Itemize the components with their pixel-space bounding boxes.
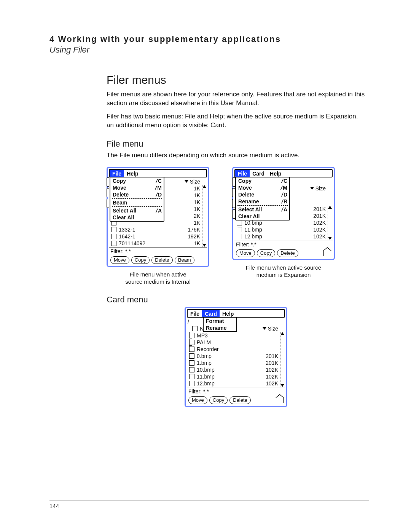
scrollbar[interactable] <box>280 332 284 387</box>
menu-card[interactable]: Card <box>250 170 267 177</box>
list-item[interactable]: 1642-1192K <box>109 233 201 240</box>
menu-item-copy[interactable]: Copy/C <box>236 177 289 184</box>
move-button[interactable]: Move <box>188 396 207 404</box>
menu-item-select-all[interactable]: Select All/A <box>110 207 164 214</box>
file-size: 102K <box>266 366 279 373</box>
file-icon <box>111 227 116 232</box>
file-size: 201K <box>313 206 327 212</box>
menu-help[interactable]: Help <box>124 170 141 177</box>
delete-button[interactable]: Delete <box>229 396 251 404</box>
scrollbar[interactable] <box>328 206 332 240</box>
menu-item-rename[interactable]: Rename <box>204 324 236 331</box>
home-icon[interactable] <box>276 397 284 403</box>
file-name: 701114092 <box>119 240 194 247</box>
menu-help[interactable]: Help <box>220 310 236 317</box>
menu-item-move[interactable]: Move/M <box>236 184 289 191</box>
size-header-label: Size <box>190 179 200 185</box>
scrollbar[interactable] <box>202 185 206 247</box>
section-title: Using Filer <box>49 45 369 55</box>
source-tab[interactable] <box>232 177 235 187</box>
filter-field[interactable]: Filter: *.* <box>109 248 207 255</box>
copy-button[interactable]: Copy <box>131 256 150 264</box>
file-size: 201K <box>313 212 327 219</box>
list-item[interactable]: 0.bmp201K <box>187 353 279 359</box>
menu-file[interactable]: File <box>235 170 250 177</box>
menu-card[interactable]: Card <box>202 310 220 317</box>
file-size: 102K <box>313 226 327 233</box>
menu-item-rename[interactable]: Rename/R <box>236 198 289 205</box>
sort-arrow-icon <box>185 180 188 183</box>
list-item[interactable]: 11.bmp102K <box>187 373 279 380</box>
file-icon <box>237 220 242 225</box>
sort-arrow-icon <box>263 327 266 330</box>
move-button[interactable]: Move <box>236 249 255 257</box>
file-name: Recorder <box>197 346 278 353</box>
file-icon <box>237 234 242 239</box>
caption-expansion: File menu when active source medium is E… <box>246 264 321 279</box>
list-item[interactable]: 12.bmp102K <box>234 233 327 240</box>
menu-help[interactable]: Help <box>267 170 284 177</box>
list-item[interactable]: MP3 <box>187 332 279 339</box>
file-name: 1332-1 <box>119 226 188 233</box>
menu-item-clear-all[interactable]: Clear All <box>110 214 164 221</box>
file-size: 102K <box>313 219 327 226</box>
file-icon <box>189 367 194 372</box>
file-size: 1K <box>194 199 201 206</box>
path-slash: / <box>188 318 189 325</box>
menu-file[interactable]: File <box>110 170 124 177</box>
source-tab[interactable] <box>232 188 235 197</box>
screenshot-file-menu-internal: File Help Copy/C Move/M Delete/D <box>107 167 209 267</box>
file-menu-dropdown: Copy/C Move/M Delete/D Rename/R Select A… <box>235 177 290 220</box>
menubar: File Card Help <box>234 169 333 177</box>
size-header-label: Size <box>268 325 278 332</box>
menu-item-delete[interactable]: Delete/D <box>110 191 164 198</box>
beam-button[interactable]: Beam <box>175 256 194 264</box>
file-icon <box>237 227 242 232</box>
page-header: 4 Working with your supplementary applic… <box>49 34 369 55</box>
filter-field[interactable]: Filter: *.* <box>234 241 333 248</box>
file-size: 201K <box>266 359 279 366</box>
move-button[interactable]: Move <box>110 256 129 264</box>
menu-item-format[interactable]: Format <box>204 318 236 324</box>
folder-icon <box>189 333 194 338</box>
screenshot-file-menu-expansion: File Card Help Copy/C Move/ <box>232 167 335 260</box>
filter-field[interactable]: Filter: *.* <box>187 388 285 395</box>
file-size: 192K <box>188 233 201 240</box>
list-item[interactable]: PALM <box>187 339 279 346</box>
caption-internal: File menu when active source medium is I… <box>125 271 191 286</box>
menubar: File Help <box>109 169 207 177</box>
list-item[interactable]: 12.bmp102K <box>187 380 279 387</box>
file-size: 102K <box>313 233 327 240</box>
list-item[interactable]: Recorder <box>187 346 279 353</box>
file-size: 102K <box>266 380 279 387</box>
list-item[interactable]: 10.bmp102K <box>187 366 279 373</box>
list-item[interactable]: 1.bmp201K <box>187 359 279 366</box>
menu-item-copy[interactable]: Copy/C <box>110 177 164 184</box>
file-list: MP3PALMRecorder0.bmp201K1.bmp201K10.bmp1… <box>187 332 285 387</box>
file-size: 102K <box>266 373 279 380</box>
menu-item-beam[interactable]: Beam <box>110 199 164 206</box>
file-name: 11.bmp <box>244 226 313 233</box>
list-item[interactable]: 1332-1176K <box>109 226 201 233</box>
list-item[interactable]: 11.bmp102K <box>234 226 327 233</box>
file-icon <box>189 360 194 366</box>
sort-by-size[interactable]: Size <box>263 325 285 332</box>
copy-button[interactable]: Copy <box>209 396 228 404</box>
delete-button[interactable]: Delete <box>151 256 173 264</box>
para-file-menu: The File menu differs depending on which… <box>107 151 365 160</box>
menu-file[interactable]: File <box>188 310 202 317</box>
copy-button[interactable]: Copy <box>257 249 275 257</box>
para-intro-1: Filer menus are shown here for your refe… <box>107 90 365 108</box>
list-item[interactable]: 7011140921K <box>109 240 201 247</box>
file-icon <box>189 381 194 386</box>
home-icon[interactable] <box>323 250 331 256</box>
menu-item-clear-all[interactable]: Clear All <box>236 213 289 220</box>
heading-card-menu: Card menu <box>107 295 365 305</box>
menubar: File Card Help <box>187 309 285 318</box>
file-icon <box>111 234 116 239</box>
delete-button[interactable]: Delete <box>277 249 298 257</box>
file-name: 12.bmp <box>244 233 313 240</box>
menu-item-select-all[interactable]: Select All/A <box>236 206 289 213</box>
menu-item-move[interactable]: Move/M <box>110 184 164 191</box>
menu-item-delete[interactable]: Delete/D <box>236 191 289 198</box>
